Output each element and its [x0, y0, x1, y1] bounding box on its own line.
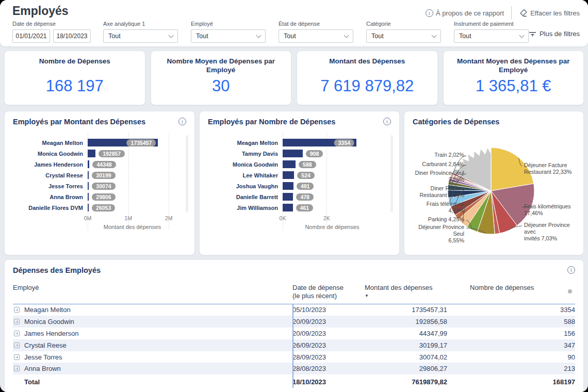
- bar[interactable]: [283, 182, 293, 190]
- bar-track: 30074: [88, 182, 177, 190]
- header-bar: Employés i À propos de ce rapport Efface…: [0, 0, 588, 46]
- bar-track: 1735457: [88, 139, 177, 146]
- amount-cell: 44347,99: [365, 328, 452, 339]
- employe-dropdown[interactable]: Tout: [191, 29, 266, 43]
- bar[interactable]: [88, 182, 89, 190]
- expand-icon[interactable]: [14, 342, 20, 348]
- date-cell: 26/09/2023: [292, 339, 365, 351]
- column-header-nombre[interactable]: Nombre de dépenses: [452, 283, 575, 304]
- bar-row[interactable]: Jesse Torres 30074: [13, 181, 186, 191]
- bar-category-label: Monica Goodwin: [13, 151, 88, 157]
- amount-cell: 30199,17: [365, 339, 452, 351]
- bar-row[interactable]: Tammy Davis 908: [208, 148, 391, 159]
- chart-categories-depenses: Catégories de Dépenses Déjeuner Facture …: [404, 111, 584, 255]
- bar[interactable]: [283, 160, 296, 168]
- bar-row[interactable]: Danielle Flores DVM 26053: [13, 202, 186, 213]
- chevron-down-icon: [256, 33, 262, 38]
- filter-etat-depense: État de dépense Tout: [279, 21, 353, 43]
- categorie-dropdown[interactable]: Tout: [366, 29, 441, 43]
- bar-row[interactable]: Monica Goodwin 192857: [13, 148, 186, 159]
- bar[interactable]: [88, 160, 89, 168]
- bar-value-label: 461: [296, 204, 314, 211]
- axe-analytique-dropdown[interactable]: Tout: [103, 29, 178, 43]
- amount-cell: 1735457,31: [365, 304, 452, 316]
- column-header-montant[interactable]: Montant des dépenses ▼: [365, 283, 452, 304]
- bar-row[interactable]: Jim Williamson 461: [208, 202, 391, 213]
- pie-chart: Déjeuner Facture Restaurant 22,33%Frais …: [413, 128, 575, 246]
- info-icon[interactable]: i: [178, 118, 186, 125]
- kpi-card-nombre-depenses[interactable]: Nombre de Dépenses 168 197: [4, 51, 145, 105]
- about-report-link[interactable]: i À propos de ce rapport: [426, 9, 504, 17]
- bar-track: 524: [283, 171, 382, 179]
- employee-cell: Monica Goodwin: [13, 316, 292, 328]
- bar-row[interactable]: Crystal Reese 30199: [13, 170, 186, 181]
- bar[interactable]: [88, 204, 89, 211]
- bar[interactable]: [283, 204, 293, 211]
- kpi-card-montant-moyen[interactable]: Montant Moyen des Dépenses par Employé 1…: [443, 51, 584, 105]
- column-header-employe[interactable]: Employé: [13, 283, 292, 304]
- table-row[interactable]: Anna Brown 28/08/2023 29806,27 213: [13, 363, 575, 374]
- expand-icon[interactable]: [14, 354, 20, 360]
- bar-row[interactable]: Joshua Vaughn 491: [208, 181, 391, 191]
- kpi-row: Nombre de Dépenses 168 197 Nombre Moyen …: [4, 51, 584, 105]
- dashboard-screen: Employés i À propos de ce rapport Efface…: [0, 0, 588, 392]
- clear-filters-button[interactable]: Effacer les filtres: [519, 9, 580, 18]
- total-count: 168197: [452, 375, 575, 388]
- date-from-input[interactable]: 01/01/2021: [12, 29, 50, 43]
- instrument-paiement-dropdown[interactable]: Tout: [454, 29, 529, 43]
- table-row[interactable]: James Henderson 20/09/2023 44347,99 156: [13, 328, 575, 339]
- bar-row[interactable]: Lee Whitaker 524: [208, 170, 391, 181]
- bar-category-label: Meagan Melton: [208, 140, 283, 146]
- date-to-input[interactable]: 18/10/2023: [53, 29, 91, 43]
- expand-icon[interactable]: [14, 331, 20, 336]
- expand-icon[interactable]: [14, 307, 20, 313]
- eraser-icon: [519, 9, 528, 18]
- etat-depense-dropdown[interactable]: Tout: [279, 29, 353, 43]
- table-row[interactable]: Jesse Torres 28/09/2023 30074,02 90: [13, 351, 575, 363]
- pie-slice-label: Déjeuner Province Seul 6,55%: [413, 224, 464, 244]
- bar-track: 588: [283, 160, 382, 168]
- bar-row[interactable]: Monica Goodwin 588: [208, 159, 391, 170]
- bar[interactable]: [88, 150, 95, 157]
- kpi-card-montant-depenses[interactable]: Montant des Dépenses 7 619 879,82: [297, 51, 438, 105]
- table-row[interactable]: Crystal Reese 26/09/2023 30199,17 347: [13, 339, 575, 351]
- bar-row[interactable]: Meagan Melton 1735457: [13, 137, 186, 148]
- total-date: 18/10/2023: [292, 375, 365, 388]
- table-row[interactable]: Monica Goodwin 20/09/2023 192856,58 588: [13, 316, 575, 328]
- bar-row[interactable]: Meagan Melton 3354: [208, 137, 391, 148]
- more-filters-button[interactable]: Plus de filtres: [529, 30, 580, 38]
- bar-row[interactable]: Danielle Barrett 478: [208, 191, 391, 202]
- pie-slice-label: Carburant 2,84%: [413, 161, 464, 168]
- bar-track: 3354: [283, 139, 382, 146]
- pie-slice-label: Diner Facture Restaurant 3,66%: [413, 185, 464, 199]
- info-icon[interactable]: i: [567, 266, 575, 274]
- bar[interactable]: [88, 171, 89, 179]
- bar-category-label: Meagan Melton: [13, 140, 88, 146]
- kpi-value: 1 365,81 €: [476, 77, 551, 95]
- info-icon[interactable]: i: [383, 118, 391, 125]
- expand-icon[interactable]: [14, 319, 20, 324]
- bar[interactable]: [283, 150, 303, 157]
- employee-name: Monica Goodwin: [24, 318, 74, 325]
- bar-value-label: 30199: [92, 172, 115, 179]
- chevron-down-icon: [344, 33, 349, 38]
- chart-montant-depenses: Employés par Montant des Dépenses i Meag…: [4, 111, 195, 255]
- bar-row[interactable]: James Henderson 44348: [13, 159, 186, 170]
- expand-icon[interactable]: [14, 366, 20, 371]
- bar-row[interactable]: Anna Brown 29806: [13, 191, 186, 202]
- bar-track: 192857: [88, 150, 177, 157]
- column-header-date[interactable]: Date de dépense (le plus récent): [292, 283, 365, 304]
- bar-category-label: James Henderson: [13, 161, 88, 168]
- bar[interactable]: [283, 193, 293, 201]
- table-row[interactable]: Meagan Melton 05/10/2023 1735457,31 3354: [13, 304, 575, 316]
- bar[interactable]: [88, 193, 89, 201]
- bar-track: 26053: [88, 204, 177, 211]
- filter-instrument-paiement: Instrument de paiement Tout: [454, 21, 529, 43]
- bar-category-label: Jesse Torres: [13, 183, 88, 189]
- bar[interactable]: [283, 171, 294, 179]
- table-scrollbar-thumb[interactable]: [568, 289, 572, 293]
- employee-cell: Meagan Melton: [13, 304, 292, 316]
- employee-name: Jesse Torres: [24, 353, 62, 361]
- page-title: Employés: [12, 4, 69, 18]
- kpi-card-nombre-moyen[interactable]: Nombre Moyen de Dépenses par Employé 30: [151, 51, 292, 105]
